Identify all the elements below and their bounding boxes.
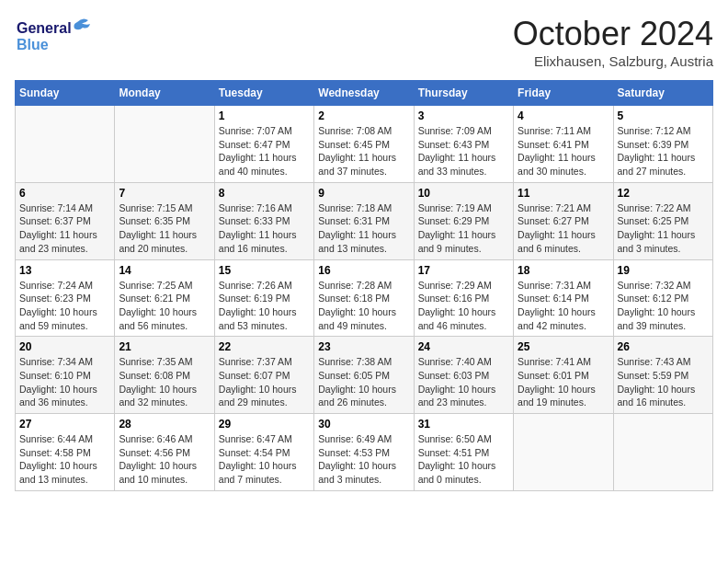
day-info: Sunrise: 6:46 AM Sunset: 4:56 PM Dayligh… [119,432,210,487]
day-info: Sunrise: 6:44 AM Sunset: 4:58 PM Dayligh… [19,432,110,487]
day-number: 24 [418,340,509,353]
calendar-cell: 29Sunrise: 6:47 AM Sunset: 4:54 PM Dayli… [214,414,313,491]
day-info: Sunrise: 7:28 AM Sunset: 6:18 PM Dayligh… [318,279,409,333]
calendar-cell: 18Sunrise: 7:31 AM Sunset: 6:14 PM Dayli… [514,259,613,337]
calendar-cell: 31Sunrise: 6:50 AM Sunset: 4:51 PM Dayli… [414,414,513,491]
day-number: 23 [318,340,409,353]
day-info: Sunrise: 7:35 AM Sunset: 6:08 PM Dayligh… [119,355,210,409]
day-info: Sunrise: 7:08 AM Sunset: 6:45 PM Dayligh… [318,124,409,178]
day-info: Sunrise: 7:11 AM Sunset: 6:41 PM Dayligh… [518,124,609,178]
day-number: 10 [418,187,509,200]
calendar-cell [115,106,214,183]
svg-text:Blue: Blue [17,37,49,52]
day-info: Sunrise: 7:22 AM Sunset: 6:25 PM Dayligh… [618,201,709,256]
day-number: 1 [219,109,310,122]
day-info: Sunrise: 7:12 AM Sunset: 6:39 PM Dayligh… [618,124,709,178]
day-info: Sunrise: 6:50 AM Sunset: 4:51 PM Dayligh… [418,432,509,487]
page-header: General Blue October 2024 Elixhausen, Sa… [15,15,713,69]
calendar-cell: 13Sunrise: 7:24 AM Sunset: 6:23 PM Dayli… [16,259,115,337]
day-number: 21 [119,340,210,353]
day-number: 30 [318,418,409,431]
day-number: 3 [418,109,509,122]
calendar-cell: 11Sunrise: 7:21 AM Sunset: 6:27 PM Dayli… [514,182,613,259]
day-info: Sunrise: 7:34 AM Sunset: 6:10 PM Dayligh… [19,355,110,409]
day-number: 29 [219,418,310,431]
day-number: 31 [418,418,509,431]
day-number: 16 [318,264,409,277]
calendar-cell [514,414,613,491]
calendar-cell: 27Sunrise: 6:44 AM Sunset: 4:58 PM Dayli… [16,414,115,491]
calendar-cell: 6Sunrise: 7:14 AM Sunset: 6:37 PM Daylig… [16,182,115,259]
calendar-week-row: 6Sunrise: 7:14 AM Sunset: 6:37 PM Daylig… [16,182,713,259]
day-of-week-header: Friday [514,81,613,106]
calendar-table: SundayMondayTuesdayWednesdayThursdayFrid… [15,80,713,491]
day-of-week-header: Thursday [414,81,513,106]
day-number: 14 [119,264,210,277]
calendar-cell: 20Sunrise: 7:34 AM Sunset: 6:10 PM Dayli… [16,337,115,414]
day-number: 28 [119,418,210,431]
calendar-cell: 8Sunrise: 7:16 AM Sunset: 6:33 PM Daylig… [214,182,313,259]
calendar-week-row: 13Sunrise: 7:24 AM Sunset: 6:23 PM Dayli… [16,259,713,337]
calendar-cell: 7Sunrise: 7:15 AM Sunset: 6:35 PM Daylig… [115,182,214,259]
day-info: Sunrise: 6:49 AM Sunset: 4:53 PM Dayligh… [318,432,409,487]
day-number: 11 [518,187,609,200]
day-info: Sunrise: 7:24 AM Sunset: 6:23 PM Dayligh… [19,279,110,333]
day-info: Sunrise: 7:25 AM Sunset: 6:21 PM Dayligh… [119,279,210,333]
calendar-week-row: 20Sunrise: 7:34 AM Sunset: 6:10 PM Dayli… [16,337,713,414]
day-info: Sunrise: 7:15 AM Sunset: 6:35 PM Dayligh… [119,201,210,256]
day-info: Sunrise: 7:29 AM Sunset: 6:16 PM Dayligh… [418,279,509,333]
calendar-cell: 19Sunrise: 7:32 AM Sunset: 6:12 PM Dayli… [613,259,712,337]
calendar-week-row: 27Sunrise: 6:44 AM Sunset: 4:58 PM Dayli… [16,414,713,491]
calendar-cell [613,414,712,491]
calendar-cell [16,106,115,183]
calendar-cell: 9Sunrise: 7:18 AM Sunset: 6:31 PM Daylig… [314,182,414,259]
day-number: 22 [219,340,310,353]
day-number: 26 [618,340,709,353]
day-number: 13 [19,264,110,277]
day-of-week-header: Sunday [16,81,115,106]
day-number: 19 [618,264,709,277]
day-info: Sunrise: 7:09 AM Sunset: 6:43 PM Dayligh… [418,124,509,178]
day-info: Sunrise: 7:43 AM Sunset: 5:59 PM Dayligh… [618,355,709,409]
day-number: 2 [318,109,409,122]
calendar-cell: 10Sunrise: 7:19 AM Sunset: 6:29 PM Dayli… [414,182,513,259]
day-number: 8 [219,187,310,200]
calendar-cell: 30Sunrise: 6:49 AM Sunset: 4:53 PM Dayli… [314,414,414,491]
day-info: Sunrise: 7:37 AM Sunset: 6:07 PM Dayligh… [219,355,310,409]
title-block: October 2024 Elixhausen, Salzburg, Austr… [513,15,713,69]
day-info: Sunrise: 7:21 AM Sunset: 6:27 PM Dayligh… [518,201,609,256]
day-info: Sunrise: 7:32 AM Sunset: 6:12 PM Dayligh… [618,279,709,333]
day-info: Sunrise: 7:26 AM Sunset: 6:19 PM Dayligh… [219,279,310,333]
day-number: 7 [119,187,210,200]
day-info: Sunrise: 7:31 AM Sunset: 6:14 PM Dayligh… [518,279,609,333]
day-info: Sunrise: 7:18 AM Sunset: 6:31 PM Dayligh… [318,201,409,256]
day-number: 9 [318,187,409,200]
svg-text:General: General [17,20,72,36]
calendar-cell: 28Sunrise: 6:46 AM Sunset: 4:56 PM Dayli… [115,414,214,491]
day-of-week-header: Tuesday [214,81,313,106]
location: Elixhausen, Salzburg, Austria [513,53,713,69]
day-number: 25 [518,340,609,353]
day-number: 18 [518,264,609,277]
calendar-week-row: 1Sunrise: 7:07 AM Sunset: 6:47 PM Daylig… [16,106,713,183]
day-of-week-header: Wednesday [314,81,414,106]
calendar-cell: 16Sunrise: 7:28 AM Sunset: 6:18 PM Dayli… [314,259,414,337]
day-info: Sunrise: 7:41 AM Sunset: 6:01 PM Dayligh… [518,355,609,409]
calendar-cell: 15Sunrise: 7:26 AM Sunset: 6:19 PM Dayli… [214,259,313,337]
calendar-cell: 1Sunrise: 7:07 AM Sunset: 6:47 PM Daylig… [214,106,313,183]
day-info: Sunrise: 6:47 AM Sunset: 4:54 PM Dayligh… [219,432,310,487]
day-info: Sunrise: 7:07 AM Sunset: 6:47 PM Dayligh… [219,124,310,178]
day-number: 15 [219,264,310,277]
calendar-cell: 17Sunrise: 7:29 AM Sunset: 6:16 PM Dayli… [414,259,513,337]
day-of-week-header: Monday [115,81,214,106]
day-number: 12 [618,187,709,200]
day-number: 4 [518,109,609,122]
day-number: 5 [618,109,709,122]
calendar-cell: 4Sunrise: 7:11 AM Sunset: 6:41 PM Daylig… [514,106,613,183]
calendar-cell: 24Sunrise: 7:40 AM Sunset: 6:03 PM Dayli… [414,337,513,414]
calendar-cell: 14Sunrise: 7:25 AM Sunset: 6:21 PM Dayli… [115,259,214,337]
day-number: 27 [19,418,110,431]
day-of-week-header: Saturday [613,81,712,106]
day-info: Sunrise: 7:14 AM Sunset: 6:37 PM Dayligh… [19,201,110,256]
calendar-cell: 2Sunrise: 7:08 AM Sunset: 6:45 PM Daylig… [314,106,414,183]
